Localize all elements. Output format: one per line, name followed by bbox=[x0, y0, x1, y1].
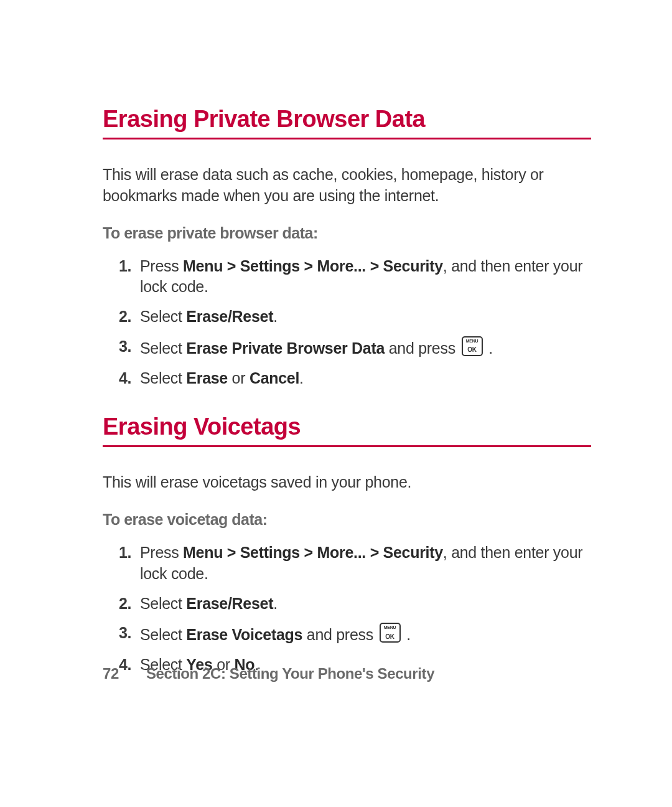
step-text: Select bbox=[140, 369, 186, 387]
menu-ok-icon bbox=[462, 336, 483, 356]
step-text: . bbox=[485, 339, 493, 357]
step-text: or bbox=[228, 369, 250, 387]
step-text: Select bbox=[140, 308, 186, 325]
step-bold: Erase Voicetags bbox=[186, 626, 302, 643]
step-text: . bbox=[403, 626, 411, 643]
step: Select Erase Voicetags and press . bbox=[140, 623, 591, 646]
menu-ok-icon bbox=[380, 623, 401, 643]
heading-erase-voicetags: Erasing Voicetags bbox=[103, 413, 591, 447]
footer-section-label: Section 2C: Setting Your Phone's Securit… bbox=[146, 665, 434, 682]
step-text: and press bbox=[385, 339, 459, 357]
step-bold: Cancel bbox=[250, 369, 299, 387]
heading-erase-browser: Erasing Private Browser Data bbox=[103, 106, 591, 139]
page-number: 72 bbox=[103, 665, 119, 682]
subheading-erase-browser: To erase private browser data: bbox=[103, 224, 591, 242]
step-bold: Menu > Settings > More... > Security bbox=[183, 257, 443, 275]
steps-erase-browser: Press Menu > Settings > More... > Securi… bbox=[103, 256, 591, 389]
step: Select Erase/Reset. bbox=[140, 593, 591, 615]
steps-erase-voicetags: Press Menu > Settings > More... > Securi… bbox=[103, 542, 591, 676]
step-text: Press bbox=[140, 257, 183, 275]
step-bold: Erase/Reset bbox=[186, 308, 273, 325]
step: Select Erase/Reset. bbox=[140, 306, 591, 328]
step-bold: Menu > Settings > More... > Security bbox=[183, 544, 443, 561]
intro-erase-voicetags: This will erase voicetags saved in your … bbox=[103, 472, 591, 493]
step-text: . bbox=[273, 308, 278, 325]
subheading-erase-voicetags: To erase voicetag data: bbox=[103, 511, 591, 529]
step-bold: Erase Private Browser Data bbox=[186, 339, 385, 357]
step-text: and press bbox=[302, 626, 377, 643]
step-text: Select bbox=[140, 626, 186, 643]
step-text: . bbox=[273, 595, 278, 612]
step: Press Menu > Settings > More... > Securi… bbox=[140, 256, 591, 298]
step: Press Menu > Settings > More... > Securi… bbox=[140, 542, 591, 585]
step-bold: Erase/Reset bbox=[186, 595, 273, 612]
step: Select Erase Private Browser Data and pr… bbox=[140, 336, 591, 359]
manual-page: Erasing Private Browser Data This will e… bbox=[0, 0, 672, 676]
step-text: . bbox=[299, 369, 304, 387]
intro-erase-browser: This will erase data such as cache, cook… bbox=[103, 164, 591, 207]
page-footer: 72Section 2C: Setting Your Phone's Secur… bbox=[103, 665, 434, 682]
step-text: Press bbox=[140, 544, 183, 561]
step-text: Select bbox=[140, 339, 186, 357]
step-bold: Erase bbox=[186, 369, 228, 387]
step: Select Erase or Cancel. bbox=[140, 368, 591, 389]
step-text: Select bbox=[140, 595, 186, 612]
